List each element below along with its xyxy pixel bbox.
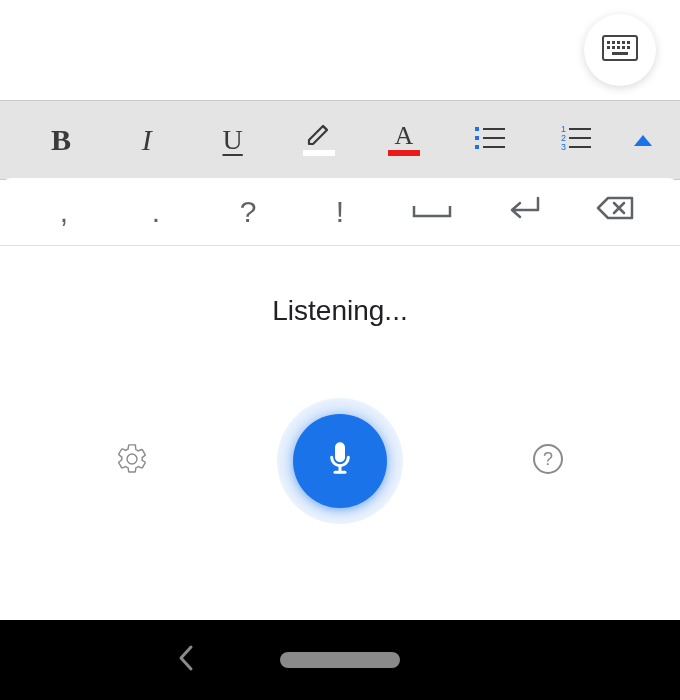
svg-rect-7 (612, 46, 615, 49)
exclaim-button[interactable]: ! (294, 178, 386, 245)
space-icon (412, 195, 452, 229)
bold-icon: B (51, 123, 71, 157)
svg-rect-22 (569, 128, 591, 130)
svg-rect-2 (612, 41, 615, 44)
formatting-toolbar: B I U A (0, 100, 680, 180)
return-button[interactable] (478, 178, 570, 245)
svg-rect-10 (627, 46, 630, 49)
nav-home-pill[interactable] (280, 652, 400, 668)
svg-text:3: 3 (561, 142, 566, 152)
bold-button[interactable]: B (18, 101, 104, 179)
listening-status: Listening... (272, 295, 407, 327)
svg-rect-3 (617, 41, 620, 44)
help-button[interactable]: ? (528, 441, 568, 481)
comma-button[interactable]: , (18, 178, 110, 245)
svg-rect-17 (475, 136, 479, 140)
svg-rect-11 (612, 52, 628, 55)
nav-back-button[interactable] (175, 643, 197, 677)
bullet-list-button[interactable] (447, 101, 533, 179)
italic-icon: I (142, 123, 152, 157)
return-icon (504, 194, 544, 229)
numbered-list-button[interactable]: 1 2 3 (533, 101, 619, 179)
voice-control-row: ? (0, 376, 680, 546)
punctuation-toolbar: , . ? ! (0, 178, 680, 246)
highlight-button[interactable] (276, 101, 362, 179)
svg-rect-8 (617, 46, 620, 49)
mic-circle (293, 414, 387, 508)
backspace-button[interactable] (570, 178, 662, 245)
svg-rect-12 (303, 150, 335, 156)
svg-rect-6 (607, 46, 610, 49)
svg-rect-18 (483, 137, 505, 139)
toolbar-expand-button[interactable] (619, 101, 662, 179)
svg-rect-14 (388, 150, 420, 156)
svg-rect-20 (483, 146, 505, 148)
android-nav-bar (0, 620, 680, 700)
highlight-icon (301, 118, 337, 162)
svg-rect-15 (475, 127, 479, 131)
svg-rect-5 (627, 41, 630, 44)
space-button[interactable] (386, 178, 478, 245)
period-button[interactable]: . (110, 178, 202, 245)
keyboard-icon (602, 35, 638, 65)
settings-button[interactable] (112, 441, 152, 481)
backspace-icon (596, 194, 636, 229)
svg-rect-19 (475, 145, 479, 149)
underline-button[interactable]: U (190, 101, 276, 179)
chevron-left-icon (175, 659, 197, 676)
help-icon: ? (532, 443, 564, 479)
font-color-button[interactable]: A (361, 101, 447, 179)
keyboard-toggle-button[interactable] (584, 14, 656, 86)
svg-rect-4 (622, 41, 625, 44)
svg-text:?: ? (543, 449, 553, 469)
svg-rect-24 (569, 137, 591, 139)
mic-icon (320, 439, 360, 483)
question-button[interactable]: ? (202, 178, 294, 245)
font-color-icon: A (386, 118, 422, 162)
svg-rect-1 (607, 41, 610, 44)
svg-text:A: A (395, 121, 414, 150)
underline-icon: U (223, 124, 243, 156)
gear-icon (115, 442, 149, 480)
italic-button[interactable]: I (104, 101, 190, 179)
numbered-list-icon: 1 2 3 (559, 124, 593, 156)
svg-rect-16 (483, 128, 505, 130)
mic-button[interactable] (277, 398, 403, 524)
svg-rect-26 (569, 146, 591, 148)
svg-rect-9 (622, 46, 625, 49)
status-area: Listening... (0, 246, 680, 376)
chevron-up-icon (634, 135, 652, 146)
bullet-list-icon (473, 124, 507, 156)
